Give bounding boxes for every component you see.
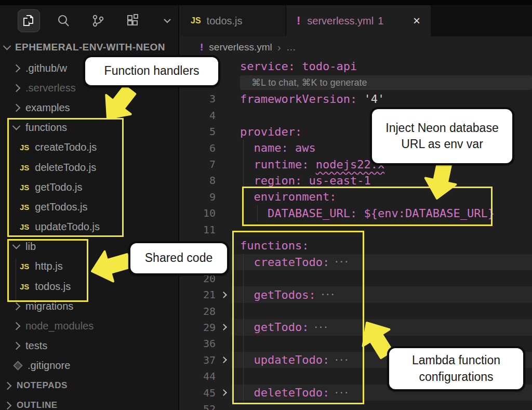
chevron-down-icon[interactable] xyxy=(156,9,178,32)
code-line-52[interactable]: 52 xyxy=(179,401,532,410)
js-file-icon: JS xyxy=(20,183,29,192)
code-line-10[interactable]: 10 DATABASE_URL: ${env:DATABASE_URL} xyxy=(179,205,532,221)
source-control-icon[interactable] xyxy=(87,9,109,32)
fold-gutter[interactable] xyxy=(216,390,231,395)
tree-item-gettodo-js[interactable]: JSgetTodo.js xyxy=(0,177,178,197)
line-number: 8 xyxy=(179,174,216,187)
code-token: frameworkVersion: xyxy=(240,92,364,105)
code-token: deleteTodo: xyxy=(240,386,329,399)
code-content: createTodo: ··· xyxy=(231,254,532,270)
tab-bar: JS todos.js ! serverless.yml 1 × xyxy=(180,5,532,36)
code-token: service: todo-api xyxy=(240,60,357,73)
chevron-right-icon xyxy=(12,84,21,92)
fold-chevron-icon xyxy=(220,356,227,363)
tree-item-label: http.js xyxy=(35,260,62,272)
tree-item-label: getTodo.js xyxy=(35,181,82,193)
code-line-13[interactable]: 13 createTodo: ··· xyxy=(179,254,532,270)
callout-text: URL as env var xyxy=(401,136,483,152)
code-line-1[interactable]: 1service: todo-api xyxy=(179,58,532,74)
folded-content-dots: ··· xyxy=(329,389,349,397)
tree-item-createtodo-js[interactable]: JScreateTodo.js xyxy=(0,138,178,157)
code-content: frameworkVersion: '4' xyxy=(231,91,532,107)
code-line-9[interactable]: 9 environment: xyxy=(179,189,532,205)
code-line-2[interactable]: 2⌘L to chat, ⌘K to generate xyxy=(179,74,532,90)
code-content: environment: xyxy=(231,189,532,205)
chevron-right-icon xyxy=(4,381,12,390)
breadcrumb-file[interactable]: serverless.yml xyxy=(209,42,272,53)
line-number: 9 xyxy=(179,191,216,203)
breadcrumb-separator-icon: › xyxy=(277,41,281,54)
search-icon[interactable] xyxy=(52,9,75,32)
sidebar-section-notepads[interactable]: NOTEPADS xyxy=(0,376,178,395)
fold-gutter[interactable] xyxy=(216,325,231,329)
tree-item-label: lib xyxy=(25,241,36,253)
code-line-3[interactable]: 3frameworkVersion: '4' xyxy=(179,91,532,107)
code-token: provider: xyxy=(240,125,302,138)
fold-gutter[interactable] xyxy=(216,293,231,297)
code-token: environment: xyxy=(240,190,336,203)
folded-content-dots: ··· xyxy=(316,290,336,299)
callout-text: Lambda function xyxy=(412,352,500,368)
tree-item-deletetodo-js[interactable]: JSdeleteTodo.js xyxy=(0,157,178,177)
tab-label: serverless.yml xyxy=(307,15,374,27)
tree-item-node-modules[interactable]: node_modules xyxy=(0,316,178,336)
ai-hint-bar[interactable]: ⌘L to chat, ⌘K to generate xyxy=(240,75,532,90)
tree-item-migrations[interactable]: migrations xyxy=(0,296,178,316)
sidebar-sections: NOTEPADSOUTLINE xyxy=(0,376,178,410)
callout-function-handlers: Function handlers xyxy=(83,55,220,87)
line-number: 45 xyxy=(179,387,216,399)
chevron-right-icon xyxy=(12,104,21,112)
line-number: 44 xyxy=(179,370,216,382)
explorer-icon[interactable] xyxy=(18,9,40,32)
tree-item-updatetodo-js[interactable]: JSupdateTodo.js xyxy=(0,217,178,237)
chevron-down-icon xyxy=(12,122,21,130)
chevron-right-icon xyxy=(12,64,21,72)
code-line-12[interactable]: 12functions: xyxy=(179,237,532,254)
code-line-28[interactable]: 28 xyxy=(179,303,532,319)
tree-item-functions[interactable]: functions xyxy=(0,118,178,138)
callout-text: Function handlers xyxy=(104,63,200,79)
js-file-icon: JS xyxy=(20,282,29,291)
fold-gutter[interactable] xyxy=(216,358,231,362)
tree-item-label: todos.js xyxy=(35,281,71,293)
line-number: 5 xyxy=(179,125,216,138)
code-token: getTodos: xyxy=(240,288,316,301)
sidebar-section-outline[interactable]: OUTLINE xyxy=(0,395,178,410)
warning-icon: ! xyxy=(200,42,203,53)
gitignore-file-icon xyxy=(13,361,22,371)
breadcrumb[interactable]: ! serverless.yml › … xyxy=(180,36,532,58)
tree-item-todos-js[interactable]: JStodos.js xyxy=(0,276,178,296)
code-line-8[interactable]: 8 region: us-east-1 xyxy=(179,173,532,189)
tree-item-examples[interactable]: examples xyxy=(0,98,178,117)
indent-guide xyxy=(243,140,244,221)
callout-lambda-config: Lambda function configurations xyxy=(387,346,525,391)
breadcrumb-more[interactable]: … xyxy=(286,42,297,53)
callout-text: configurations xyxy=(419,369,493,385)
tab-serverless-yml[interactable]: ! serverless.yml 1 × xyxy=(286,5,431,36)
tree-item-label: node_modules xyxy=(25,320,94,332)
tree-item--gitignore[interactable]: .gitignore xyxy=(0,356,178,376)
close-icon[interactable]: × xyxy=(413,15,420,27)
code-line-29[interactable]: 29 getTodo: ··· xyxy=(179,319,532,335)
chevron-down-icon xyxy=(12,241,21,249)
tree-item-label: functions xyxy=(25,122,67,134)
code-content: DATABASE_URL: ${env:DATABASE_URL} xyxy=(231,205,532,221)
tree-item-gettodos-js[interactable]: JSgetTodos.js xyxy=(0,197,178,217)
js-file-icon: JS xyxy=(191,16,201,25)
tree-item-label: migrations xyxy=(25,300,73,312)
tab-todos-js[interactable]: JS todos.js xyxy=(180,5,286,36)
code-line-20[interactable]: 20 xyxy=(179,270,532,286)
extensions-icon[interactable] xyxy=(122,9,144,32)
js-file-icon: JS xyxy=(20,222,29,231)
project-root-label: EPHEMERAL-ENV-WITH-NEON xyxy=(15,42,165,53)
tree-item-label: getTodos.js xyxy=(35,201,87,213)
code-token: functions: xyxy=(240,239,309,252)
code-line-11[interactable]: 11 xyxy=(179,221,532,237)
code-token: createTodo: xyxy=(240,256,329,269)
code-line-21[interactable]: 21 getTodos: ··· xyxy=(179,286,532,302)
line-number: 6 xyxy=(179,142,216,154)
tree-item-tests[interactable]: tests xyxy=(0,336,178,356)
folded-content-dots: ··· xyxy=(329,258,349,266)
chevron-right-icon xyxy=(12,322,21,330)
js-file-icon: JS xyxy=(20,163,29,172)
